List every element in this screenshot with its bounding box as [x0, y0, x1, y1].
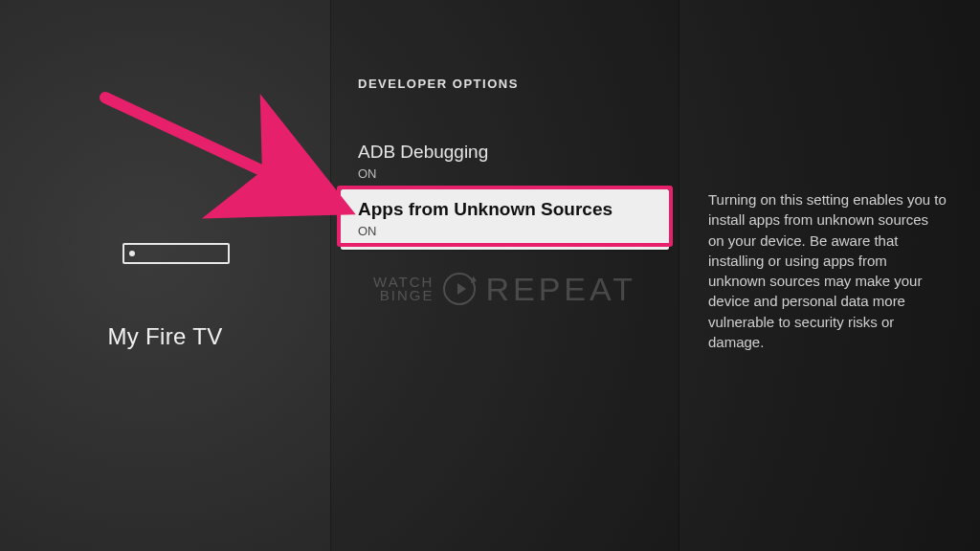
description-panel: Turning on this setting enables you to i… — [679, 0, 980, 551]
slider-thumb[interactable] — [129, 251, 135, 256]
option-label: Apps from Unknown Sources — [358, 199, 652, 220]
page-title: DEVELOPER OPTIONS — [358, 77, 519, 91]
brightness-slider[interactable] — [122, 243, 230, 264]
option-state: ON — [358, 224, 652, 238]
category-panel: My Fire TV — [0, 0, 330, 551]
watermark: WATCH BINGE REPEAT — [331, 264, 679, 314]
options-panel: DEVELOPER OPTIONS ADB Debugging ON Apps … — [330, 0, 679, 551]
option-label: ADB Debugging — [358, 142, 652, 163]
watermark-text: WATCH — [373, 276, 434, 289]
option-description: Turning on this setting enables you to i… — [708, 189, 947, 352]
option-state: ON — [358, 166, 652, 181]
option-apps-unknown-sources[interactable]: Apps from Unknown Sources ON — [341, 189, 669, 250]
watermark-text: BINGE — [373, 289, 434, 302]
play-repeat-icon — [443, 273, 476, 305]
watermark-text: REPEAT — [485, 271, 636, 308]
category-title: My Fire TV — [0, 323, 330, 350]
option-adb-debugging[interactable]: ADB Debugging ON — [341, 132, 669, 192]
